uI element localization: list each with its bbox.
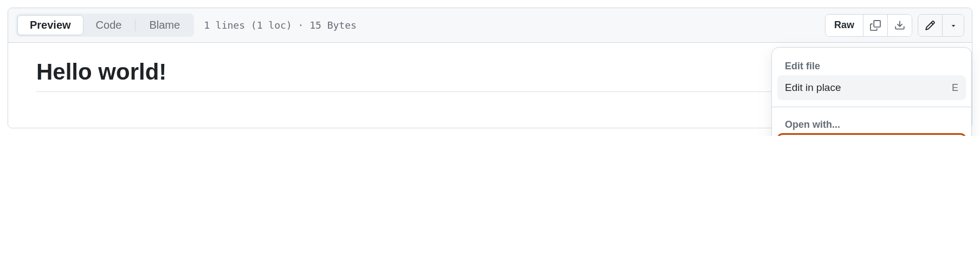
file-header: Preview Code Blame 1 lines (1 loc) · 15 … <box>8 8 972 43</box>
raw-button[interactable]: Raw <box>826 15 863 36</box>
view-mode-tabs: Preview Code Blame <box>16 14 194 37</box>
copy-button[interactable] <box>863 15 887 36</box>
triangle-down-icon <box>950 22 957 29</box>
dropdown-divider <box>772 107 971 107</box>
raw-actions-group: Raw <box>825 14 912 37</box>
download-button[interactable] <box>887 15 912 36</box>
dropdown-heading-open-with: Open with... <box>777 114 966 134</box>
file-viewer: Preview Code Blame 1 lines (1 loc) · 15 … <box>8 8 972 128</box>
menu-item-github-dev[interactable]: github.dev . <box>777 134 966 136</box>
tab-preview[interactable]: Preview <box>17 15 83 35</box>
file-info-text: 1 lines (1 loc) · 15 Bytes <box>204 19 357 31</box>
download-icon <box>894 20 905 31</box>
tab-blame[interactable]: Blame <box>137 15 192 35</box>
menu-item-shortcut: E <box>952 82 958 94</box>
menu-item-label: Edit in place <box>785 82 841 94</box>
tab-code[interactable]: Code <box>83 15 134 35</box>
pencil-icon <box>925 20 936 31</box>
edit-dropdown-menu: Edit file Edit in place E Open with... g… <box>771 47 972 136</box>
edit-actions-group <box>918 14 964 37</box>
file-actions: Raw <box>825 14 964 37</box>
tab-divider <box>135 19 136 31</box>
more-edit-options-button[interactable] <box>942 15 964 36</box>
edit-button[interactable] <box>918 15 942 36</box>
copy-icon <box>870 20 881 31</box>
menu-item-edit-in-place[interactable]: Edit in place E <box>777 75 966 100</box>
dropdown-heading-edit: Edit file <box>777 55 966 75</box>
